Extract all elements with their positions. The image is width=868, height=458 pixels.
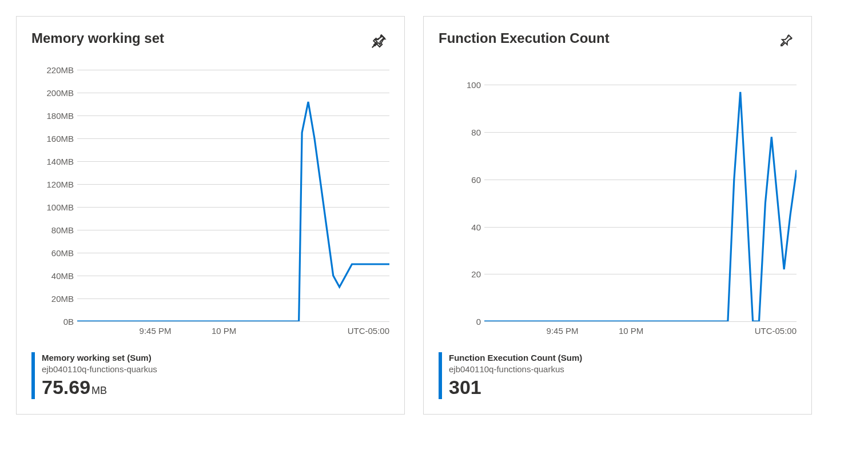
gridline: [77, 321, 389, 322]
plot-wrapper: 220MB 200MB 180MB 160MB 140MB 120MB 100M…: [31, 70, 389, 321]
plot-wrapper: 100 80 60 40 20 0: [439, 70, 797, 321]
y-tick: 100MB: [31, 202, 77, 211]
y-tick: 220MB: [31, 66, 77, 74]
legend-text: Memory working set (Sum) ejb040110q-func…: [42, 352, 157, 399]
x-tick: 10 PM: [619, 326, 643, 336]
y-tick: 40MB: [31, 271, 77, 280]
y-tick: 60: [439, 175, 484, 184]
plot-region[interactable]: [77, 70, 389, 321]
legend-value-unit: MB: [91, 385, 107, 396]
x-axis: 9:45 PM 10 PM UTC-05:00: [77, 326, 389, 340]
y-axis-labels: 100 80 60 40 20 0: [439, 70, 484, 321]
y-tick: 80: [439, 128, 484, 137]
pin-button[interactable]: [775, 30, 797, 54]
plot-region[interactable]: [484, 70, 797, 321]
timezone-label: UTC-05:00: [755, 326, 797, 336]
chart-card-execution-count: Function Execution Count 100 80 60 40 20…: [423, 16, 812, 415]
gridline: [484, 321, 797, 322]
legend-value-number: 75.69: [42, 376, 90, 398]
y-tick: 60MB: [31, 248, 77, 257]
x-tick: 9:45 PM: [140, 326, 172, 336]
pin-icon: [370, 33, 387, 50]
y-tick: 20: [439, 270, 484, 278]
y-tick: 20MB: [31, 294, 77, 302]
x-tick: 9:45 PM: [547, 326, 579, 336]
y-tick: 40: [439, 222, 484, 231]
y-tick: 80MB: [31, 225, 77, 234]
legend-metric-name: Memory working set (Sum): [42, 352, 157, 364]
card-title: Function Execution Count: [439, 30, 610, 46]
card-title: Memory working set: [31, 30, 164, 46]
card-header: Memory working set: [31, 30, 389, 54]
legend-color-bar: [439, 352, 442, 399]
x-axis: 9:45 PM 10 PM UTC-05:00: [484, 326, 797, 340]
x-tick: 10 PM: [212, 326, 236, 336]
legend-resource-name: ejb040110q-functions-quarkus: [42, 364, 157, 375]
y-tick: 100: [439, 81, 484, 89]
legend: Function Execution Count (Sum) ejb040110…: [439, 352, 797, 399]
line-series: [484, 70, 797, 321]
timezone-label: UTC-05:00: [348, 326, 389, 336]
y-tick: 160MB: [31, 134, 77, 142]
pin-icon: [777, 33, 794, 50]
legend-metric-name: Function Execution Count (Sum): [449, 352, 582, 364]
y-tick: 140MB: [31, 157, 77, 165]
y-tick: 0B: [31, 317, 77, 326]
legend-summary-value: 301: [449, 376, 582, 399]
chart-card-memory: Memory working set 220MB 200MB 180MB 160…: [16, 16, 405, 415]
chart-area: 100 80 60 40 20 0 9:45 PM 10 PM: [439, 70, 797, 338]
legend-value-number: 301: [449, 376, 481, 398]
legend-color-bar: [31, 352, 35, 399]
line-series: [77, 70, 389, 321]
legend-summary-value: 75.69MB: [42, 376, 157, 399]
y-tick: 200MB: [31, 88, 77, 97]
pin-button[interactable]: [368, 30, 389, 54]
y-axis-labels: 220MB 200MB 180MB 160MB 140MB 120MB 100M…: [31, 70, 77, 321]
legend: Memory working set (Sum) ejb040110q-func…: [31, 352, 389, 399]
legend-text: Function Execution Count (Sum) ejb040110…: [449, 352, 582, 399]
legend-resource-name: ejb040110q-functions-quarkus: [449, 364, 582, 375]
y-tick: 0: [439, 317, 484, 326]
y-tick: 180MB: [31, 111, 77, 120]
chart-area: 220MB 200MB 180MB 160MB 140MB 120MB 100M…: [31, 70, 389, 338]
card-header: Function Execution Count: [439, 30, 797, 54]
y-tick: 120MB: [31, 180, 77, 188]
